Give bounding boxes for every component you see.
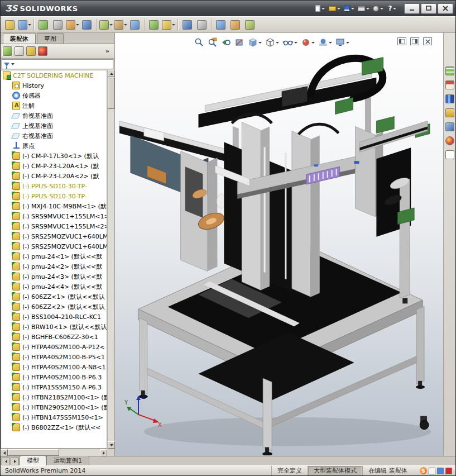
view-palette-icon[interactable]	[445, 108, 454, 117]
tree-item[interactable]: (-) HTPA40S2M100-A-N8<1	[1, 362, 107, 372]
tree-item[interactable]: (-) pmu-24<1> (默认<<默	[1, 251, 107, 261]
tree-item[interactable]: 传感器	[1, 91, 107, 101]
ime-mode-icon[interactable]	[429, 468, 435, 474]
tree-item[interactable]: (-) 606ZZ<1> (默认<<默认	[1, 292, 107, 302]
tree-item[interactable]: 上视基准面	[1, 121, 107, 131]
displaymanager-icon[interactable]	[38, 46, 47, 56]
hide-show-items-icon[interactable]	[281, 36, 299, 49]
tree-item[interactable]: (-) pmu-24<4> (默认<<默	[1, 282, 107, 292]
explode-line-sketch-icon[interactable]	[195, 18, 209, 31]
tree-item[interactable]: (-) SRS25MQZVUC1+640LM<	[1, 241, 107, 251]
tree-item[interactable]: (-) SRS9MVUC1+155LM<2>	[1, 221, 107, 231]
bill-of-materials-icon[interactable]	[161, 18, 175, 31]
tree-item[interactable]: (-) CM-P-23-L20A<1> (默	[1, 161, 107, 171]
tree-item[interactable]: (-) HTPA40S2M100-A-P12<	[1, 342, 107, 352]
tree-item[interactable]: 前视基准面	[1, 111, 107, 121]
menu-item[interactable]	[104, 7, 114, 10]
featuremanager-tree-icon[interactable]	[3, 46, 12, 56]
interference-detection-icon[interactable]	[214, 18, 228, 31]
previous-view-icon[interactable]	[220, 36, 232, 49]
menu-item[interactable]	[134, 7, 144, 10]
new-motion-study-icon[interactable]	[147, 18, 161, 31]
menu-item[interactable]	[114, 7, 124, 10]
tree-item[interactable]: (-) HTPA40S2M100-B-P5<1	[1, 352, 107, 362]
menu-item[interactable]	[144, 7, 154, 10]
tree-item[interactable]: 注解	[1, 101, 107, 111]
tree-item[interactable]: (-) PPUS-SD10-30-TP-	[1, 181, 107, 191]
menu-item[interactable]	[124, 7, 134, 10]
tree-item[interactable]: (-) PPUS-SD10-30-TP-	[1, 191, 107, 201]
tree-item[interactable]: (-) pmu-24<2> (默认<<默	[1, 261, 107, 272]
tree-vertical-scrollbar[interactable]	[107, 70, 114, 449]
apply-scene-icon[interactable]	[317, 36, 333, 49]
tab-scroll-right-button[interactable]	[11, 458, 19, 465]
pane-toggle-right-icon[interactable]	[410, 37, 419, 45]
edit-appearance-icon[interactable]	[300, 36, 316, 49]
tree-item[interactable]: (-) 606ZZ<2> (默认<<默认	[1, 302, 107, 312]
tree-item[interactable]: (-) BRW10<1> (默认<<默认	[1, 322, 107, 332]
file-explorer-icon[interactable]	[445, 94, 454, 103]
display-style-icon[interactable]	[264, 36, 280, 49]
tab-motion-study[interactable]: 运动算例1	[46, 455, 89, 465]
pane-toggle-left-icon[interactable]	[397, 37, 406, 45]
cad-model-view[interactable]	[115, 33, 443, 455]
large-assembly-mode-icon[interactable]	[243, 18, 257, 31]
design-library-icon[interactable]	[445, 80, 454, 89]
menu-item[interactable]	[94, 7, 104, 10]
print-button[interactable]	[356, 3, 371, 14]
tab-sketch[interactable]: 草图	[37, 33, 64, 44]
mate-icon[interactable]	[17, 18, 31, 31]
ime-settings-icon[interactable]	[445, 468, 452, 474]
zoom-fit-icon[interactable]	[193, 36, 205, 49]
options-button[interactable]	[371, 3, 385, 14]
insert-component-icon[interactable]	[3, 18, 17, 31]
vertical-scroll-thumb[interactable]	[108, 78, 114, 109]
graphics-viewport[interactable]: Z Y X	[115, 33, 443, 456]
open-button[interactable]	[327, 3, 342, 14]
maximize-button[interactable]	[421, 3, 436, 14]
propertymanager-icon[interactable]	[15, 46, 24, 56]
close-button[interactable]	[438, 3, 453, 14]
tree-item[interactable]: (-) BGHFB-C606ZZ-30<1	[1, 332, 107, 342]
tree-item[interactable]: (-) HTBN290S2M100<1> (默	[1, 402, 107, 412]
horizontal-scroll-thumb[interactable]	[8, 449, 59, 456]
document-manager-icon[interactable]	[445, 150, 454, 159]
tree-horizontal-scrollbar[interactable]	[1, 449, 107, 456]
section-view-icon[interactable]	[233, 36, 246, 49]
appearances-icon[interactable]	[445, 122, 454, 131]
menu-item[interactable]	[84, 7, 94, 10]
ime-keyboard-icon[interactable]	[437, 468, 444, 474]
instant3d-icon[interactable]	[228, 18, 242, 31]
scroll-left-button[interactable]	[1, 449, 8, 456]
move-component-icon[interactable]	[65, 18, 79, 31]
configurationmanager-icon[interactable]	[26, 46, 36, 56]
tree-item[interactable]: (-) BSS1004-210-RLC-KC1	[1, 312, 107, 322]
tree-item[interactable]: (-) CM-P-23-L20A<2> (默	[1, 171, 107, 181]
custom-properties-icon[interactable]	[445, 136, 454, 145]
tree-item[interactable]: (-) HTBN1475S5M150<1>	[1, 412, 107, 422]
assembly-features-icon[interactable]	[113, 18, 127, 31]
tab-scroll-left-button[interactable]	[2, 458, 10, 465]
tree-item[interactable]: (-) HTPA15S5M150-A-P6.3	[1, 382, 107, 392]
rotate-component-icon[interactable]	[80, 18, 94, 31]
exploded-view-icon[interactable]	[180, 18, 194, 31]
ime-logo-icon[interactable]: S	[420, 467, 427, 474]
tree-item[interactable]: (-) CM-P-17L30<1> (默认	[1, 151, 107, 161]
reference-geometry-icon[interactable]	[128, 18, 142, 31]
linear-component-pattern-icon[interactable]	[36, 18, 50, 31]
tree-item[interactable]: 原点	[1, 141, 107, 151]
pane-overflow-button[interactable]: »	[103, 47, 112, 55]
minimize-button[interactable]	[404, 3, 420, 14]
help-button[interactable]: ?	[385, 3, 400, 14]
tree-item[interactable]: History	[1, 80, 107, 91]
close-document-icon[interactable]	[423, 37, 432, 45]
tree-item[interactable]: (-) B6802ZZ<1> (默认<<	[1, 422, 107, 432]
zoom-area-icon[interactable]	[207, 36, 219, 49]
tree-filter-bar[interactable]	[2, 59, 113, 69]
view-orientation-icon[interactable]	[247, 36, 263, 49]
tree-item[interactable]: 右视基准面	[1, 131, 107, 141]
show-hidden-components-icon[interactable]	[99, 18, 113, 31]
new-document-button[interactable]	[313, 3, 327, 14]
scroll-up-button[interactable]	[108, 70, 115, 77]
scroll-down-button[interactable]	[108, 441, 115, 449]
